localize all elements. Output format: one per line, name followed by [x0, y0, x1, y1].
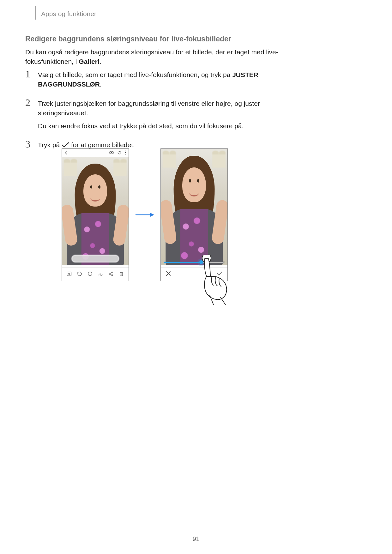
draw-icon[interactable] — [98, 271, 103, 277]
svg-point-1 — [111, 152, 112, 153]
menu-dots-icon[interactable] — [125, 150, 126, 156]
phone-mock-left — [62, 148, 129, 281]
transform-icon[interactable] — [77, 271, 82, 277]
share-icon[interactable] — [108, 271, 113, 277]
steps-list: 1 Vælg et billede, som er taget med live… — [25, 69, 300, 158]
header-divider — [35, 6, 36, 20]
photo-preview[interactable] — [62, 157, 129, 265]
svg-line-13 — [110, 273, 112, 274]
svg-rect-15 — [120, 273, 123, 276]
arrow-right-icon — [135, 212, 154, 217]
back-icon[interactable] — [64, 150, 68, 156]
step-1: 1 Vælg et billede, som er taget med live… — [25, 69, 300, 89]
confirm-icon[interactable] — [217, 271, 222, 277]
blur-slider[interactable]: − + — [164, 262, 224, 263]
svg-point-4 — [125, 154, 126, 154]
intro-paragraph: Du kan også redigere baggrundens sløring… — [25, 47, 300, 67]
slider-plus-icon: + — [223, 260, 225, 264]
cancel-icon[interactable] — [166, 271, 171, 277]
phone-mock-right: − + — [160, 148, 228, 281]
figure-row: − + — [25, 148, 373, 281]
breadcrumb: Apps og funktioner — [41, 10, 96, 18]
step-sub-text: Du kan ændre fokus ved at trykke på det … — [38, 121, 300, 131]
step-number: 3 — [25, 139, 38, 149]
step-text-after: . — [100, 81, 102, 88]
gallery-bottombar — [62, 267, 129, 281]
step-text: Træk justeringsbjælken for baggrundsslør… — [38, 99, 300, 118]
intro-bold: Galleri — [79, 58, 99, 65]
bixby-vision-icon[interactable] — [67, 271, 72, 277]
section-title: Redigere baggrundens sløringsniveau for … — [25, 35, 231, 43]
heart-icon[interactable] — [117, 151, 122, 155]
svg-rect-5 — [67, 272, 71, 276]
step-number: 2 — [25, 98, 38, 108]
photo-preview[interactable] — [161, 149, 227, 265]
adjust-blur-pill[interactable] — [71, 255, 119, 262]
auto-adjust-icon[interactable] — [109, 151, 114, 155]
step-text: Vælg et billede, som er taget med live-f… — [38, 71, 232, 78]
svg-marker-21 — [150, 213, 154, 217]
step-text-after: for at gemme billedet. — [69, 141, 135, 148]
delete-icon[interactable] — [119, 271, 124, 277]
manual-page: Apps og funktioner Redigere baggrundens … — [0, 0, 392, 554]
svg-point-3 — [125, 152, 126, 153]
details-icon[interactable] — [87, 271, 93, 277]
svg-point-2 — [125, 150, 126, 151]
svg-rect-9 — [90, 274, 90, 275]
step-body: Vælg et billede, som er taget med live-f… — [38, 69, 300, 89]
step-text: Tryk på — [38, 141, 62, 148]
step-number: 1 — [25, 69, 38, 79]
gallery-topbar — [62, 149, 129, 157]
svg-line-14 — [110, 274, 112, 275]
page-number: 91 — [0, 535, 392, 543]
svg-point-10 — [109, 273, 110, 274]
slider-thumb[interactable] — [199, 260, 203, 264]
step-body: Træk justeringsbjælken for baggrundsslør… — [38, 98, 300, 131]
step-2: 2 Træk justeringsbjælken for baggrundssl… — [25, 98, 300, 131]
svg-point-8 — [90, 273, 90, 273]
svg-point-6 — [68, 273, 69, 274]
intro-text-after: . — [100, 58, 101, 65]
flow-arrow — [129, 148, 160, 281]
edit-bottombar — [161, 267, 227, 281]
intro-text: Du kan også redigere baggrundens sløring… — [25, 48, 278, 65]
checkmark-icon — [62, 141, 69, 147]
